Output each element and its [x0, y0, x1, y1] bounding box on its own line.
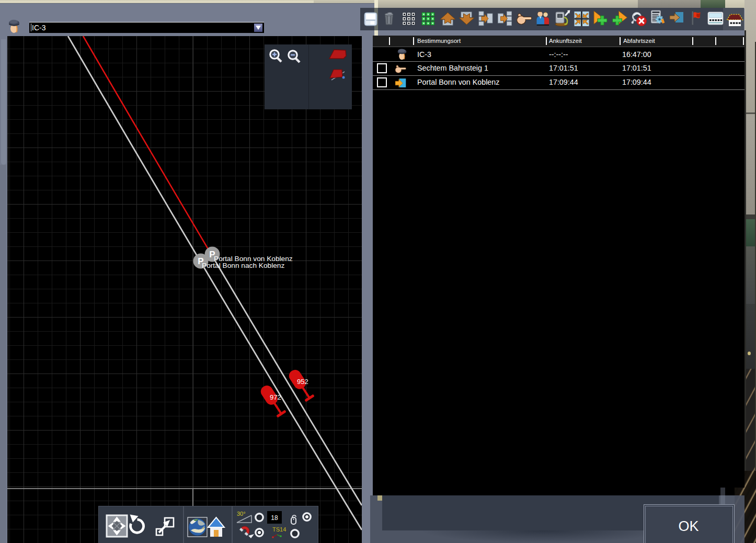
svg-text:18: 18 — [271, 514, 278, 522]
svg-text:972: 972 — [270, 393, 281, 401]
svg-text:TS14: TS14 — [272, 526, 286, 533]
svg-text:952: 952 — [297, 378, 308, 386]
svg-text:Portal Bonn nach Koblenz: Portal Bonn nach Koblenz — [202, 262, 284, 269]
svg-text:30°: 30° — [237, 511, 246, 517]
